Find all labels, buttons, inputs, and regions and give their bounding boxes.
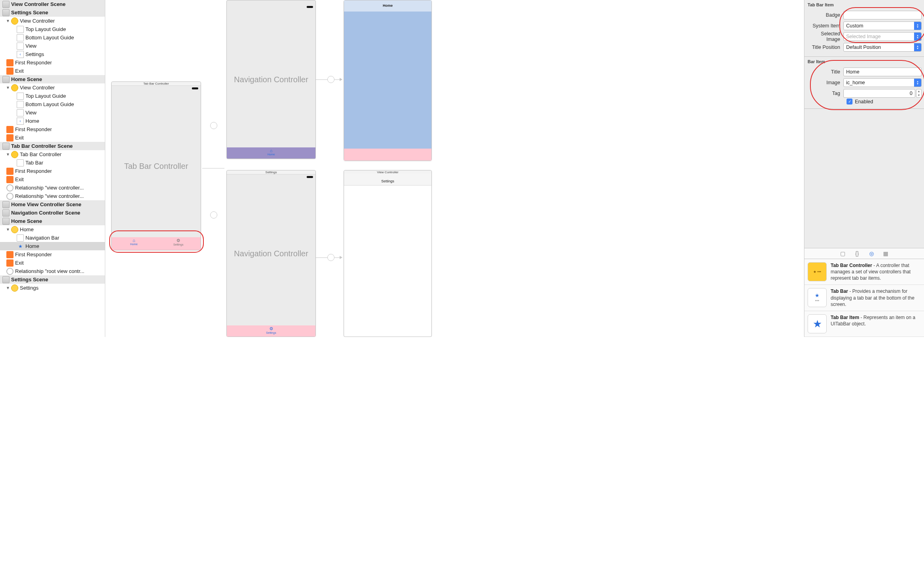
segue-line (202, 168, 224, 168)
scene-home[interactable]: Home (344, 0, 432, 161)
outline-exit[interactable]: Exit (0, 134, 105, 142)
nav-title: Settings (381, 179, 394, 183)
outline-bottom-layout[interactable]: Bottom Layout Guide (0, 100, 105, 108)
disclosure-triangle-icon[interactable]: ▼ (6, 227, 10, 232)
outline-first-responder[interactable]: First Responder (0, 167, 105, 175)
scene-header-nav[interactable]: Navigation Controller Scene (0, 209, 105, 217)
scene-header-home[interactable]: Home Scene (0, 75, 105, 83)
tag-input[interactable]: 0 (843, 89, 915, 98)
library-tab-code-icon[interactable]: {} (854, 250, 861, 257)
outline-tabbar[interactable]: Tab Bar (0, 159, 105, 167)
title-position-select[interactable]: Default Position▲▼ (843, 43, 922, 52)
badge-input[interactable] (843, 11, 922, 19)
outline-exit[interactable]: Exit (0, 175, 105, 184)
library-tab-media-icon[interactable]: ▦ (882, 250, 889, 257)
stepper-up-icon[interactable]: ▲ (916, 89, 921, 93)
outline-vc[interactable]: ▼ View Controller (0, 83, 105, 92)
segue-connector-icon[interactable] (210, 211, 217, 219)
scene-nav-controller-2[interactable]: Settings Navigation Controller ⚙ Setting… (226, 170, 316, 337)
storyboard-canvas[interactable]: Tab Bar Controller Tab Bar Controller ⌂ … (105, 0, 804, 337)
scene-header-vc[interactable]: View Controller Scene (0, 0, 105, 8)
status-bar-icon (192, 87, 198, 89)
outline-first-responder[interactable]: First Responder (0, 125, 105, 134)
segue-connector-icon[interactable] (327, 76, 334, 83)
library-thumb-icon: ★ ••• (808, 262, 827, 281)
library-item-tabbar[interactable]: ★••• Tab Bar - Provides a mechanism for … (804, 285, 924, 311)
scene-icon (2, 76, 10, 83)
outline-first-responder[interactable]: First Responder (0, 250, 105, 259)
scene-header-tabbar[interactable]: Tab Bar Controller Scene (0, 142, 105, 150)
tab-item-settings[interactable]: ⚙ Settings (156, 238, 201, 246)
outline-home[interactable]: ▼ Home (0, 225, 105, 234)
scene-tabbar-controller[interactable]: Tab Bar Controller Tab Bar Controller ⌂ … (111, 81, 201, 250)
outline-exit[interactable]: Exit (0, 259, 105, 267)
outline-navbar[interactable]: Navigation Bar (0, 234, 105, 242)
tab-item-settings[interactable]: ⚙ Settings (227, 326, 315, 334)
outline-tabbar-controller[interactable]: ▼ Tab Bar Controller (0, 150, 105, 159)
nav-bar: Settings (344, 174, 431, 186)
library-item-text: Tab Bar - Provides a mechanism for displ… (831, 288, 921, 308)
outline-relationship[interactable]: Relationship "view controller... (0, 192, 105, 200)
outline-top-layout[interactable]: Top Layout Guide (0, 25, 105, 33)
title-input[interactable]: Home (843, 68, 922, 76)
object-library[interactable]: ★ ••• Tab Bar Controller - A controller … (804, 259, 924, 337)
outline-vc[interactable]: ▼ View Controller (0, 17, 105, 25)
scene-vc-settings[interactable]: View Controller Settings (344, 170, 432, 337)
segue-connector-icon[interactable] (327, 254, 334, 261)
stepper-down-icon[interactable]: ▼ (916, 93, 921, 97)
scene-header-home-vc[interactable]: Home View Controller Scene (0, 200, 105, 209)
outline-exit[interactable]: Exit (0, 67, 105, 75)
outline-view[interactable]: View (0, 108, 105, 117)
section-baritem: Bar Item Title Home Image ic_home▲▼ Tag … (804, 57, 924, 109)
image-select[interactable]: ic_home▲▼ (843, 78, 922, 87)
disclosure-triangle-icon[interactable]: ▼ (6, 85, 10, 90)
navitem-icon: ‹ (17, 118, 24, 125)
label-tag: Tag (807, 91, 843, 96)
layout-guide-icon (17, 26, 24, 33)
outline-bottom-layout[interactable]: Bottom Layout Guide (0, 33, 105, 42)
label-title-position: Title Position (807, 45, 843, 50)
enabled-checkbox[interactable]: ✓ Enabled (847, 99, 922, 104)
segue-connector-icon[interactable] (210, 122, 217, 129)
outline-settings[interactable]: ▼ Settings (0, 284, 105, 292)
outline-settings-item[interactable]: ‹Settings (0, 50, 105, 58)
tab-bar[interactable]: ⌂ Home ⚙ Settings (112, 237, 201, 250)
scene-header-home2[interactable]: Home Scene (0, 217, 105, 225)
tab-bar[interactable]: ⌂ Home (227, 147, 315, 159)
scene-header-settings2[interactable]: Settings Scene (0, 275, 105, 284)
outline-home-tabitem[interactable]: ★Home (0, 242, 105, 250)
library-item-tabbar-controller[interactable]: ★ ••• Tab Bar Controller - A controller … (804, 259, 924, 285)
system-item-select[interactable]: Custom▲▼ (843, 21, 922, 30)
outline-home-item[interactable]: ‹Home (0, 117, 105, 125)
star-icon: ★ (17, 243, 24, 250)
disclosure-triangle-icon[interactable]: ▼ (6, 152, 10, 157)
label-badge: Badge (807, 12, 843, 18)
tab-bar[interactable]: ⚙ Settings (227, 325, 315, 337)
scene-body-label: Navigation Controller (227, 249, 315, 258)
selected-image-select[interactable]: Selected Image▲▼ (843, 32, 922, 41)
library-item-tabbar-item[interactable]: ★ Tab Bar Item - Represents an item on a… (804, 311, 924, 337)
tab-bar[interactable] (344, 149, 431, 161)
outline-view[interactable]: View (0, 42, 105, 50)
document-outline[interactable]: View Controller Scene Settings Scene ▼ V… (0, 0, 105, 337)
tab-item-home[interactable]: ⌂ Home (112, 238, 156, 246)
library-tab-objects-icon[interactable]: ◎ (868, 250, 875, 257)
disclosure-triangle-icon[interactable]: ▼ (6, 286, 10, 290)
scene-title: View Controller Scene (11, 1, 66, 7)
outline-top-layout[interactable]: Top Layout Guide (0, 92, 105, 100)
outline-relationship[interactable]: Relationship "view controller... (0, 184, 105, 192)
outline-relationship[interactable]: Relationship "root view contr... (0, 267, 105, 275)
exit-icon (6, 68, 14, 75)
tab-item-home[interactable]: ⌂ Home (227, 148, 315, 156)
scene-nav-controller-1[interactable]: Navigation Controller ⌂ Home (226, 0, 316, 159)
scene-body-label: Tab Bar Controller (112, 161, 201, 170)
scene-icon (2, 201, 10, 208)
label-title: Title (807, 69, 843, 75)
checkbox-icon: ✓ (847, 99, 852, 104)
home-icon: ⌂ (227, 148, 315, 153)
scene-header-settings[interactable]: Settings Scene (0, 8, 105, 17)
outline-first-responder[interactable]: First Responder (0, 58, 105, 67)
library-tab-file-icon[interactable]: ▢ (839, 250, 847, 257)
disclosure-triangle-icon[interactable]: ▼ (6, 19, 10, 23)
tag-stepper[interactable]: ▲▼ (916, 89, 922, 98)
